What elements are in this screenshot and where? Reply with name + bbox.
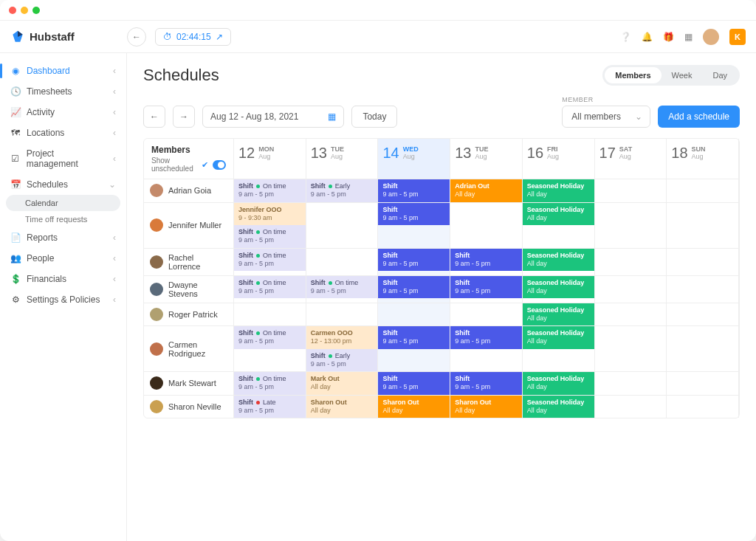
day-header-17[interactable]: 17SATAug [595, 139, 667, 179]
nav-project-management[interactable]: ☑Project management‹ [0, 143, 126, 174]
schedule-entry[interactable]: Shift On time9 am - 5 pm [234, 326, 306, 349]
member-cell[interactable]: Rachel Lorrence [144, 249, 234, 275]
day-cell[interactable]: Sharon OutAll day [378, 396, 450, 418]
day-cell[interactable]: Shift On time9 am - 5 pm [234, 326, 306, 371]
member-cell[interactable]: Dwayne Stevens [144, 276, 234, 303]
day-header-18[interactable]: 18SUNAug [667, 139, 739, 179]
add-schedule-button[interactable]: Add a schedule [658, 106, 740, 128]
nav-sub-time-off-requests[interactable]: Time off requests [0, 211, 126, 227]
nav-locations[interactable]: 🗺Locations‹ [0, 123, 126, 143]
day-cell[interactable] [595, 203, 667, 248]
day-cell[interactable]: Shift9 am - 5 pm [450, 249, 523, 275]
day-cell[interactable] [595, 303, 667, 326]
day-cell[interactable]: Shift9 am - 5 pm [450, 276, 523, 303]
schedule-entry[interactable]: Mark OutAll day [306, 372, 378, 395]
day-cell[interactable] [306, 303, 379, 326]
nav-schedules[interactable]: 📅Schedules⌄ [0, 174, 126, 195]
day-header-12[interactable]: 12MONAug [234, 139, 306, 179]
schedule-entry[interactable]: Shift9 am - 5 pm [378, 326, 450, 349]
date-range-picker[interactable]: Aug 12 - Aug 18, 2021 ▦ [202, 106, 344, 128]
schedule-entry[interactable]: Shift9 am - 5 pm [378, 276, 450, 299]
day-cell[interactable] [667, 396, 739, 418]
day-cell[interactable] [667, 276, 739, 303]
nav-financials[interactable]: 💲Financials‹ [0, 269, 126, 289]
day-cell[interactable]: Shift9 am - 5 pm [378, 326, 450, 371]
user-badge[interactable]: K [729, 29, 746, 45]
schedule-entry[interactable]: Adrian OutAll day [450, 179, 522, 202]
day-cell[interactable] [667, 249, 739, 275]
brand-logo[interactable]: Hubstaff [10, 30, 127, 44]
schedule-entry[interactable]: Seasoned HolidayAll day [523, 372, 594, 395]
day-cell[interactable]: Shift On time9 am - 5 pm [234, 276, 306, 303]
back-button[interactable]: ← [127, 27, 146, 46]
day-cell[interactable]: Seasoned HolidayAll day [523, 372, 595, 395]
day-cell[interactable]: Sharon OutAll day [450, 396, 523, 418]
day-cell[interactable] [595, 249, 667, 275]
schedule-entry[interactable]: Seasoned HolidayAll day [523, 303, 594, 326]
day-cell[interactable] [450, 203, 523, 248]
day-cell[interactable]: Jennifer OOO9 - 9:30 amShift On time9 am… [234, 203, 306, 248]
day-cell[interactable]: Shift Late9 am - 5 pm [234, 396, 306, 418]
schedule-entry[interactable]: Seasoned HolidayAll day [523, 396, 594, 418]
day-cell[interactable]: Shift9 am - 5 pm [450, 372, 523, 395]
timer-widget[interactable]: ⏱ 02:44:15 ↗ [155, 28, 231, 46]
day-cell[interactable]: Carmen OOO12 - 13:00 pmShift Early9 am -… [306, 326, 379, 371]
day-cell[interactable]: Shift Early9 am - 5 pm [306, 179, 379, 202]
schedule-entry[interactable]: Seasoned HolidayAll day [523, 276, 594, 299]
schedule-entry[interactable]: Shift9 am - 5 pm [378, 179, 450, 202]
view-tab-week[interactable]: Week [662, 67, 703, 83]
view-tab-day[interactable]: Day [702, 67, 738, 83]
schedule-entry[interactable]: Sharon OutAll day [306, 396, 378, 418]
schedule-entry[interactable]: Shift9 am - 5 pm [378, 249, 450, 272]
nav-settings-&-policies[interactable]: ⚙Settings & Policies‹ [0, 289, 126, 310]
day-cell[interactable] [595, 372, 667, 395]
day-header-13[interactable]: 13TUEAug [306, 139, 379, 179]
day-cell[interactable]: Seasoned HolidayAll day [523, 276, 595, 303]
schedule-entry[interactable]: Shift9 am - 5 pm [378, 372, 450, 395]
day-cell[interactable] [595, 179, 667, 202]
day-cell[interactable]: Shift9 am - 5 pm [450, 326, 523, 371]
schedule-entry[interactable]: Shift On time9 am - 5 pm [234, 249, 306, 272]
schedule-entry[interactable]: Carmen OOO12 - 13:00 pm [306, 326, 378, 349]
schedule-entry[interactable]: Shift9 am - 5 pm [450, 326, 522, 349]
day-cell[interactable] [595, 276, 667, 303]
day-cell[interactable]: Shift On time9 am - 5 pm [234, 179, 306, 202]
day-cell[interactable]: Mark OutAll day [306, 372, 379, 395]
day-cell[interactable]: Shift On time9 am - 5 pm [306, 276, 379, 303]
schedule-entry[interactable]: Shift On time9 am - 5 pm [234, 276, 306, 299]
next-button[interactable]: → [173, 106, 195, 128]
view-tab-members[interactable]: Members [605, 67, 661, 83]
schedule-entry[interactable]: Sharon OutAll day [450, 396, 522, 418]
day-cell[interactable] [306, 203, 379, 248]
day-cell[interactable] [595, 396, 667, 418]
member-cell[interactable]: Roger Patrick [144, 303, 234, 326]
day-cell[interactable]: Shift On time9 am - 5 pm [234, 372, 306, 395]
schedule-entry[interactable]: Seasoned HolidayAll day [523, 179, 594, 202]
day-cell[interactable]: Adrian OutAll day [450, 179, 523, 202]
schedule-entry[interactable]: Shift9 am - 5 pm [450, 372, 522, 395]
nav-sub-calendar[interactable]: Calendar [6, 195, 120, 211]
day-cell[interactable] [667, 372, 739, 395]
nav-activity[interactable]: 📈Activity‹ [0, 102, 126, 123]
day-cell[interactable]: Seasoned HolidayAll day [523, 396, 595, 418]
close-dot[interactable] [9, 7, 16, 14]
gift-icon[interactable]: 🎁 [663, 32, 674, 42]
day-header-16[interactable]: 16FRIAug [523, 139, 595, 179]
bell-icon[interactable]: 🔔 [642, 32, 653, 42]
day-cell[interactable]: Shift On time9 am - 5 pm [234, 249, 306, 275]
schedule-entry[interactable]: Seasoned HolidayAll day [523, 203, 594, 226]
day-cell[interactable]: Shift9 am - 5 pm [378, 372, 450, 395]
minimize-dot[interactable] [21, 7, 28, 14]
nav-timesheets[interactable]: 🕓Timesheets‹ [0, 81, 126, 102]
schedule-entry[interactable]: Shift Late9 am - 5 pm [234, 396, 306, 418]
day-header-14[interactable]: 14WEDAug [378, 139, 450, 179]
member-cell[interactable]: Mark Stewart [144, 372, 234, 395]
day-cell[interactable] [667, 203, 739, 248]
schedule-entry[interactable]: Shift9 am - 5 pm [378, 203, 450, 226]
day-cell[interactable] [378, 303, 450, 326]
day-cell[interactable]: Sharon OutAll day [306, 396, 379, 418]
day-cell[interactable]: Shift9 am - 5 pm [378, 276, 450, 303]
day-cell[interactable] [595, 326, 667, 371]
day-cell[interactable] [667, 179, 739, 202]
member-cell[interactable]: Adrian Goia [144, 179, 234, 202]
